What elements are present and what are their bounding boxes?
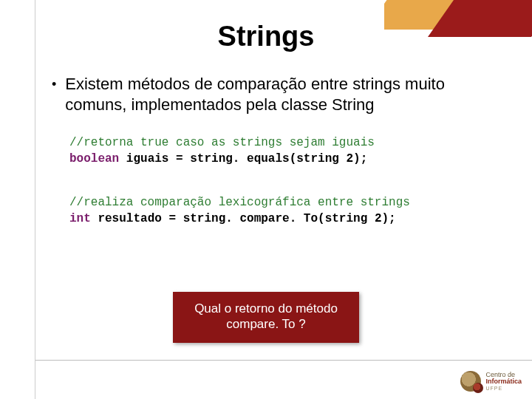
code-comment: //realiza comparação lexicográfica entre… [69, 195, 495, 211]
code-keyword: int [69, 212, 91, 225]
code-comment: //retorna true caso as strings sejam igu… [69, 135, 495, 151]
code-rest: resultado = string. compare. To(string 2… [91, 212, 396, 225]
bullet-text: Existem métodos de comparação entre stri… [65, 74, 495, 115]
code-rest: iguais = string. equals(string 2); [119, 152, 367, 166]
content-area: • Existem métodos de comparação entre st… [52, 74, 495, 227]
code-block-1: //retorna true caso as strings sejam igu… [69, 135, 495, 167]
bullet-dot-icon: • [52, 74, 56, 95]
slide-title: Strings [0, 21, 532, 52]
bullet-item: • Existem métodos de comparação entre st… [52, 74, 495, 115]
logo-line2: Informática [485, 378, 522, 385]
footer-divider [35, 360, 532, 361]
logo-text: Centro de Informática UFPE [485, 372, 522, 391]
callout-box: Qual o retorno do método compare. To ? [173, 292, 359, 343]
code-line: int resultado = string. compare. To(stri… [69, 211, 495, 228]
gear-icon [460, 371, 481, 392]
code-line: boolean iguais = string. equals(string 2… [69, 151, 495, 168]
footer-logo: Centro de Informática UFPE [460, 371, 522, 392]
code-keyword: boolean [69, 152, 119, 166]
left-margin-band [0, 0, 35, 399]
logo-line3: UFPE [485, 386, 522, 391]
code-block-2: //realiza comparação lexicográfica entre… [69, 195, 495, 227]
